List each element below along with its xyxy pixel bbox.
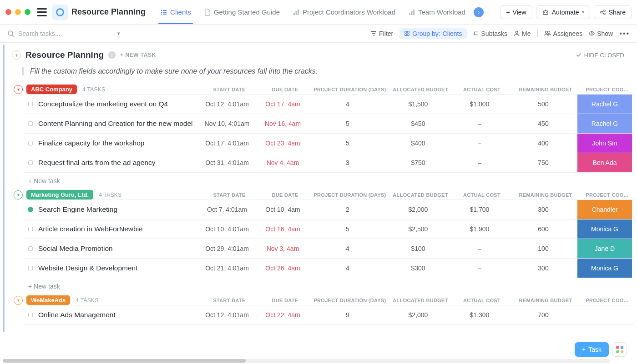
allocated-budget[interactable]: $2,500 (386, 225, 450, 233)
duration[interactable]: 4 (309, 264, 386, 272)
allocated-budget[interactable]: $400 (386, 140, 450, 147)
duration[interactable]: 5 (309, 225, 386, 233)
task-row[interactable]: Conceptualize the marketing event on Q4 … (25, 95, 634, 114)
status-icon[interactable] (28, 266, 33, 270)
tab-coordinators-workload[interactable]: Project Coordinators Workload (286, 0, 402, 24)
remaining-budget[interactable]: 300 (509, 206, 577, 213)
collapse-group-icon[interactable]: ▾ (14, 296, 23, 305)
assignees-button[interactable]: Assignees (544, 30, 583, 37)
duration[interactable]: 5 (309, 140, 386, 147)
actual-cost[interactable]: $1,300 (450, 311, 509, 319)
coordinator-chip[interactable]: Monica G (577, 259, 632, 278)
remaining-budget[interactable]: 500 (509, 100, 577, 108)
column-header[interactable]: START DATE (200, 298, 259, 303)
due-date[interactable]: Nov 16, 4am (257, 120, 309, 127)
add-task-button[interactable]: + New task (14, 278, 634, 292)
maximize-window[interactable] (25, 9, 30, 15)
more-options-icon[interactable]: ••• (619, 30, 630, 38)
due-date[interactable]: Nov 3, 4am (257, 245, 309, 252)
status-icon[interactable] (28, 313, 33, 317)
due-date[interactable]: Oct 23, 4am (257, 140, 309, 147)
start-date[interactable]: Oct 10, 4:01am (197, 225, 257, 233)
due-date[interactable]: Oct 26, 4am (257, 264, 309, 272)
allocated-budget[interactable]: $1,500 (386, 100, 450, 108)
remaining-budget[interactable]: 700 (509, 311, 577, 319)
actual-cost[interactable]: – (450, 120, 509, 127)
task-name[interactable]: Online Ads Management (38, 310, 116, 320)
task-row[interactable]: Finalize capacity for the workshop Oct 1… (25, 134, 634, 153)
column-header[interactable]: ALLOCATED BUDGET (389, 87, 452, 92)
coordinator-chip[interactable]: Rachel G (577, 95, 632, 114)
allocated-budget[interactable]: $450 (386, 120, 450, 127)
column-header[interactable]: PROJECT COO... (580, 298, 634, 303)
column-header[interactable]: REMAINING BUDGET (511, 87, 580, 92)
start-date[interactable]: Oct 7, 4:01am (197, 206, 257, 213)
column-header[interactable]: PROJECT COO... (580, 87, 634, 92)
task-name[interactable]: Article creation in WebForNewbie (38, 224, 143, 234)
coordinator-chip[interactable]: Monica G (577, 219, 632, 239)
apps-fab[interactable] (612, 342, 627, 357)
column-header[interactable]: ALLOCATED BUDGET (389, 192, 452, 198)
coordinator-chip[interactable]: John Sm (577, 134, 632, 153)
chevron-down-icon[interactable]: ▾ (117, 30, 120, 36)
status-icon[interactable] (28, 141, 33, 145)
minimize-window[interactable] (15, 9, 21, 15)
coordinator-chip[interactable]: Rachel G (577, 114, 632, 133)
new-task-fab[interactable]: +Task (575, 342, 609, 357)
remaining-budget[interactable]: 100 (509, 245, 577, 252)
column-header[interactable]: ACTUAL COST (452, 87, 511, 92)
collapse-group-icon[interactable]: ▾ (14, 190, 23, 199)
task-name[interactable]: Website Design & Development (38, 264, 138, 273)
column-header[interactable]: DUE DATE (259, 298, 311, 303)
actual-cost[interactable]: $1,900 (450, 225, 509, 233)
group-chip[interactable]: Marketing Guru, Ltd. (26, 190, 93, 199)
coordinator-chip[interactable] (577, 305, 632, 324)
group-chip[interactable]: ABC Company (26, 85, 77, 94)
tab-getting-started[interactable]: Getting Started Guide (197, 0, 286, 24)
column-header[interactable]: PROJECT COO... (580, 192, 634, 198)
hide-closed-button[interactable]: HIDE CLOSED (576, 52, 624, 59)
remaining-budget[interactable]: 750 (509, 159, 577, 166)
allocated-budget[interactable]: $750 (386, 159, 450, 166)
task-row[interactable]: Request final arts from the ad agency Oc… (25, 153, 634, 173)
column-header[interactable]: START DATE (200, 192, 259, 198)
column-header[interactable]: ACTUAL COST (452, 192, 511, 198)
column-header[interactable]: PROJECT DURATION (DAYS) (311, 298, 389, 303)
column-header[interactable]: PROJECT DURATION (DAYS) (311, 87, 389, 92)
remaining-budget[interactable]: 400 (509, 140, 577, 147)
task-name[interactable]: Content Planning and Creation for the ne… (38, 119, 193, 129)
start-date[interactable]: Oct 29, 4:01am (197, 245, 257, 252)
duration[interactable]: 5 (309, 120, 386, 127)
status-icon[interactable] (28, 121, 33, 126)
task-row[interactable]: Content Planning and Creation for the ne… (25, 114, 634, 134)
add-view-button[interactable]: +View (500, 5, 532, 19)
group-chip[interactable]: WeMakeAds (26, 295, 70, 305)
tab-team-workload[interactable]: Team Workload (402, 0, 472, 24)
filter-button[interactable]: Filter (371, 30, 393, 37)
task-row[interactable]: Online Ads Management Oct 12, 4:01am Oct… (25, 305, 634, 325)
due-date[interactable]: Nov 4, 4am (257, 159, 309, 166)
column-header[interactable]: ACTUAL COST (452, 298, 511, 303)
status-icon[interactable] (28, 227, 33, 231)
task-name[interactable]: Conceptualize the marketing event on Q4 (38, 100, 168, 109)
status-icon[interactable] (28, 102, 33, 106)
column-header[interactable]: REMAINING BUDGET (511, 298, 580, 303)
start-date[interactable]: Oct 12, 4:01am (197, 311, 257, 319)
due-date[interactable]: Oct 22, 4am (257, 311, 309, 319)
duration[interactable]: 4 (309, 245, 386, 252)
column-header[interactable]: PROJECT DURATION (DAYS) (311, 192, 389, 198)
due-date[interactable]: Oct 16, 4am (257, 225, 309, 233)
column-header[interactable]: START DATE (200, 87, 259, 92)
start-date[interactable]: Nov 10, 4:01am (197, 120, 257, 127)
actual-cost[interactable]: $1,000 (450, 100, 509, 108)
search-input[interactable] (18, 30, 100, 37)
actual-cost[interactable]: – (450, 264, 509, 272)
duration[interactable]: 9 (309, 311, 386, 319)
task-name[interactable]: Request final arts from the ad agency (38, 158, 156, 168)
remaining-budget[interactable]: 600 (509, 225, 577, 233)
column-header[interactable]: DUE DATE (259, 87, 311, 92)
allocated-budget[interactable]: $2,000 (386, 311, 450, 319)
task-name[interactable]: Finalize capacity for the workshop (38, 139, 144, 148)
remaining-budget[interactable]: 450 (509, 120, 577, 127)
duration[interactable]: 4 (309, 100, 386, 108)
